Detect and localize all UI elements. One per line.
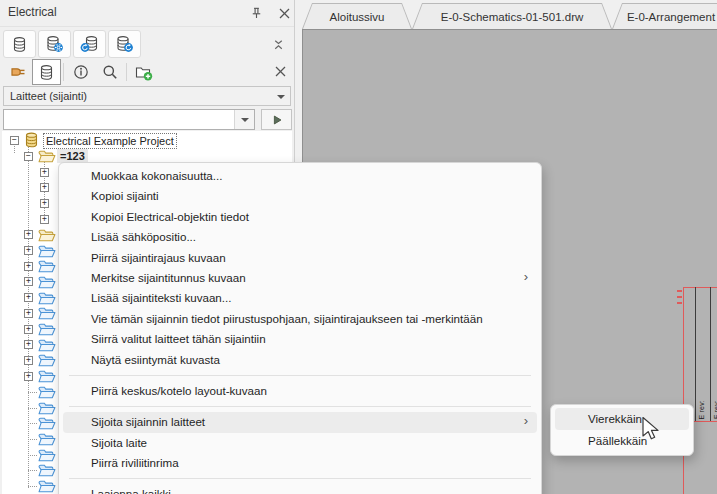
- context-menu-item[interactable]: Sijoita laite: [63, 433, 537, 453]
- chevron-down-icon: [241, 118, 249, 122]
- tree-expand-toggle[interactable]: +: [24, 293, 33, 302]
- titleblock-red-mark: [677, 296, 682, 298]
- search-combo[interactable]: [3, 109, 255, 130]
- context-menu-item[interactable]: Piirrä keskus/kotelo layout-kuvaan: [63, 381, 537, 401]
- tree-expand-toggle[interactable]: +: [40, 168, 49, 177]
- context-menu-item[interactable]: Lisää sähköpositio...: [63, 227, 537, 247]
- folder-blue-icon: [38, 353, 56, 369]
- arrow-right-icon: [270, 113, 284, 127]
- tree-expand-toggle[interactable]: +: [24, 372, 33, 381]
- context-menu-item[interactable]: Kopioi Electrical-objektin tiedot: [63, 207, 537, 227]
- tree-expand-toggle[interactable]: +: [24, 340, 33, 349]
- document-tab-label: E-0-Arrangement: [613, 4, 717, 29]
- context-menu-item[interactable]: Laajenna kaikki: [63, 484, 537, 494]
- tree-expand-toggle[interactable]: +: [40, 199, 49, 208]
- database-refresh-icon[interactable]: [108, 30, 141, 58]
- folder-blue-icon: [38, 338, 56, 354]
- application-window: Electrical: [0, 0, 717, 494]
- tree-expand-toggle[interactable]: +: [24, 246, 33, 255]
- titleblock-line: [710, 287, 711, 421]
- menu-separator: [69, 375, 531, 376]
- context-menu-item[interactable]: Lisää sijaintiteksti kuvaan...: [63, 288, 537, 308]
- tree-connector-stub: [28, 392, 37, 393]
- context-menu-item[interactable]: Sijoita sijainnin laitteet›: [63, 412, 537, 432]
- tree-expand-toggle[interactable]: +: [40, 183, 49, 192]
- tree-connector-stub: [28, 486, 37, 487]
- titleblock-red-line: [683, 287, 717, 288]
- document-tab[interactable]: E-0-Arrangement: [612, 3, 717, 29]
- folder-blue-icon: [38, 369, 56, 385]
- folder-blue-icon: [38, 322, 56, 338]
- tree-expand-toggle[interactable]: +: [24, 356, 33, 365]
- collapse-chevron-icon[interactable]: [266, 33, 290, 55]
- tree-expand-toggle[interactable]: +: [24, 230, 33, 239]
- database-gear-icon[interactable]: [38, 30, 71, 58]
- panel-close-icon[interactable]: [274, 3, 294, 23]
- database-icon[interactable]: [3, 30, 36, 58]
- tree-collapse-toggle[interactable]: −: [24, 152, 33, 161]
- context-menu-item[interactable]: Piirrä riviliitinrima: [63, 453, 537, 473]
- tree-expand-toggle[interactable]: +: [24, 325, 33, 334]
- database-sync-icon[interactable]: [73, 30, 106, 58]
- panel-titlebar: Electrical: [0, 0, 294, 27]
- mouse-cursor-icon: [642, 417, 666, 449]
- toolbar-close-icon[interactable]: [268, 60, 292, 82]
- menu-separator: [69, 406, 531, 407]
- menu-separator: [69, 478, 531, 479]
- tree-node-label[interactable]: =123: [57, 149, 88, 163]
- info-icon[interactable]: [66, 59, 95, 85]
- folder-yellow-icon: [38, 228, 56, 244]
- combo-dropdown-button[interactable]: [234, 110, 254, 129]
- context-menu: Muokkaa kokonaisuutta...Kopioi sijaintiK…: [58, 162, 542, 494]
- folder-blue-icon: [38, 244, 56, 260]
- context-menu-item[interactable]: Vie tämän sijainnin tiedot piirustuspohj…: [63, 309, 537, 329]
- folder-blue-icon: [38, 432, 56, 448]
- folder-blue-icon: [38, 448, 56, 464]
- titleblock-line: [695, 287, 696, 421]
- tree-expand-toggle[interactable]: +: [40, 215, 49, 224]
- context-menu-item[interactable]: Muokkaa kokonaisuutta...: [63, 166, 537, 186]
- folder-blue-icon: [38, 291, 56, 307]
- tree-expand-toggle[interactable]: +: [24, 262, 33, 271]
- tree-node-label[interactable]: Electrical Example Project: [43, 133, 177, 149]
- go-button[interactable]: [261, 109, 292, 130]
- submenu-item[interactable]: Vierekkäin: [555, 408, 689, 430]
- context-submenu: VierekkäinPäällekkäin: [550, 404, 694, 456]
- tree-expand-toggle[interactable]: +: [24, 277, 33, 286]
- titleblock-label: E rev:: [698, 400, 705, 419]
- tree-connector-stub: [28, 408, 37, 409]
- chevron-down-icon: [277, 95, 285, 99]
- plug-icon[interactable]: [3, 59, 32, 85]
- context-menu-item[interactable]: Näytä esiintymät kuvasta: [63, 350, 537, 370]
- context-menu-item[interactable]: Merkitse sijaintitunnus kuvaan›: [63, 268, 537, 288]
- folder-add-icon[interactable]: [129, 59, 158, 85]
- document-tab[interactable]: E-0-Schematics-01-501.drw: [412, 3, 612, 29]
- context-menu-item[interactable]: Kopioi sijainti: [63, 186, 537, 206]
- context-menu-item[interactable]: Piirrä sijaintirajaus kuvaan: [63, 248, 537, 268]
- filter-dropdown-value: Laitteet (sijainti): [10, 90, 87, 102]
- titleblock-red-line: [683, 287, 684, 494]
- database-icon[interactable]: [32, 59, 61, 85]
- tree-expand-toggle[interactable]: +: [24, 309, 33, 318]
- panel-title: Electrical: [8, 5, 57, 19]
- folder-blue-icon: [38, 401, 56, 417]
- filter-dropdown[interactable]: Laitteet (sijainti): [3, 86, 291, 106]
- tree-connector-stub: [28, 455, 37, 456]
- titleblock-label: F rev:: [713, 400, 717, 419]
- titleblock-red-mark: [677, 302, 682, 304]
- pin-icon[interactable]: [246, 3, 266, 23]
- context-menu-item[interactable]: Siirrä valitut laitteet tähän sijaintiin: [63, 329, 537, 349]
- toolbar-separator: [126, 63, 127, 81]
- document-tab-label: E-0-Schematics-01-501.drw: [413, 4, 611, 29]
- toolbar-row-2: [3, 59, 158, 85]
- tree-collapse-toggle[interactable]: −: [10, 136, 19, 145]
- submenu-arrow-icon: ›: [524, 268, 528, 287]
- toolbar-separator: [63, 63, 64, 81]
- document-tab[interactable]: Aloitussivu: [302, 3, 412, 29]
- folder-blue-icon: [38, 416, 56, 432]
- document-tab-label: Aloitussivu: [303, 4, 411, 29]
- search-icon[interactable]: [95, 59, 124, 85]
- tree-connector-stub: [28, 423, 37, 424]
- folder-blue-icon: [38, 275, 56, 291]
- submenu-item[interactable]: Päällekkäin: [555, 430, 689, 452]
